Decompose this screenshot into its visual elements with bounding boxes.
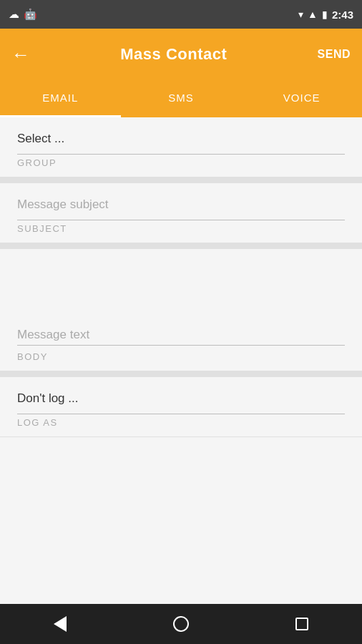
logas-value[interactable]: Don't log ... [17, 391, 345, 414]
bottom-nav [0, 604, 362, 644]
subject-section: Message subject SUBJECT [0, 183, 362, 243]
tab-bar: EMAIL SMS VOICE [0, 80, 362, 117]
body-placeholder: Message text [17, 328, 345, 342]
tab-email[interactable]: EMAIL [0, 80, 121, 117]
tab-sms-label: SMS [168, 92, 194, 104]
app-bar: ← Mass Contact SEND [0, 29, 362, 80]
battery-icon: ▮ [322, 9, 328, 20]
subject-placeholder[interactable]: Message subject [17, 197, 345, 220]
page-title: Mass Contact [120, 45, 227, 64]
home-nav-button[interactable] [173, 616, 189, 632]
recents-nav-button[interactable] [295, 618, 308, 630]
group-section: Select ... GROUP [0, 117, 362, 177]
tab-voice[interactable]: VOICE [241, 80, 362, 117]
tab-sms[interactable]: SMS [121, 80, 242, 117]
back-button[interactable]: ← [11, 44, 30, 66]
tab-email-label: EMAIL [42, 92, 78, 104]
back-nav-button[interactable] [54, 616, 67, 632]
subject-label: SUBJECT [17, 223, 345, 234]
status-bar: ☁ 🤖 ▾ ▲ ▮ 2:43 [0, 0, 362, 29]
divider-3 [0, 371, 362, 377]
body-underline [17, 345, 345, 346]
cloud-icon: ☁ [9, 8, 19, 21]
body-label: BODY [17, 351, 345, 362]
body-content[interactable]: Message text [17, 263, 345, 342]
android-icon: 🤖 [24, 8, 37, 21]
group-label: GROUP [17, 157, 345, 168]
wifi-icon: ▾ [298, 9, 303, 20]
body-section: Message text BODY [0, 249, 362, 371]
signal-icon: ▲ [308, 9, 318, 20]
tab-voice-label: VOICE [283, 92, 321, 104]
group-value[interactable]: Select ... [17, 132, 345, 155]
divider-2 [0, 243, 362, 249]
status-icons: ☁ 🤖 [9, 8, 37, 21]
send-button[interactable]: SEND [318, 48, 351, 61]
form-content: Select ... GROUP Message subject SUBJECT… [0, 117, 362, 437]
divider-1 [0, 177, 362, 183]
time-display: 2:43 [332, 9, 353, 21]
logas-section: Don't log ... LOG AS [0, 377, 362, 437]
logas-label: LOG AS [17, 417, 345, 428]
status-right: ▾ ▲ ▮ 2:43 [298, 9, 353, 21]
